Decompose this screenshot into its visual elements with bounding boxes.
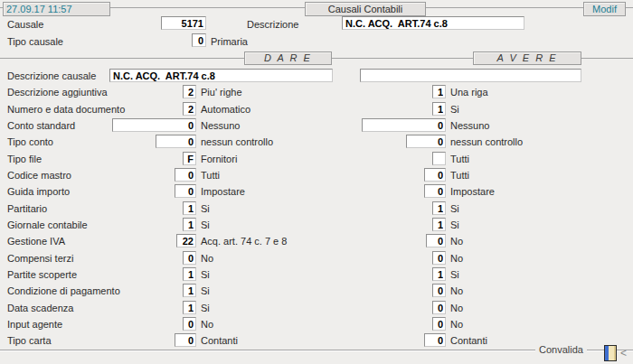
field-row: Tipo conto nessun controllo nessun contr… [0, 135, 633, 151]
dare-value-input[interactable] [175, 168, 196, 182]
avere-value-input[interactable] [432, 267, 446, 281]
book-exit-icon[interactable] [604, 345, 617, 361]
avere-value-input[interactable] [432, 301, 446, 314]
causali-contabili-window: 27.09.17 11:57 Causali Contabili Modif C… [0, 0, 633, 364]
field-label: Tipo file [7, 154, 42, 164]
field-label: Numero e data documento [7, 104, 125, 115]
dare-value-text: Nessuno [201, 120, 240, 131]
field-label: Codice mastro [7, 170, 71, 181]
avere-value-text: Impostare [450, 186, 495, 197]
avere-value-text: Si [450, 269, 459, 280]
avere-value-input[interactable] [362, 118, 446, 132]
field-label: Partitario [7, 203, 47, 214]
dare-value-text: Si [201, 219, 210, 230]
dare-value-input[interactable] [112, 118, 196, 132]
field-label: Descrizione causale [7, 70, 96, 81]
field-row: Descrizione aggiuntiva Piu' righe Una ri… [0, 85, 633, 101]
field-row: Numero e data documento Automatico Si [0, 102, 633, 118]
avere-value-input[interactable] [432, 152, 446, 165]
avere-value-text: Si [450, 219, 459, 230]
causale-input[interactable] [161, 16, 206, 30]
dare-value-text: Fornitori [201, 154, 237, 164]
causale-label: Causale [7, 19, 43, 30]
field-label: Tipo conto [7, 136, 53, 147]
dare-value-input[interactable] [175, 184, 196, 198]
dare-value-input[interactable] [175, 333, 196, 347]
avere-value-text: Si [450, 203, 459, 214]
tipo-causale-input[interactable] [192, 33, 206, 47]
avere-value-input[interactable] [432, 201, 446, 215]
dare-value-input[interactable] [183, 218, 196, 231]
dare-value-input[interactable] [156, 135, 196, 148]
descrizione-input[interactable] [342, 16, 524, 30]
dare-value-input[interactable] [183, 251, 196, 265]
avere-value-input[interactable] [432, 284, 446, 297]
dare-value-text: nessun controllo [201, 136, 273, 147]
avere-value-text: Nessuno [450, 120, 489, 131]
dare-value-text: Contanti [201, 335, 238, 346]
avere-value-text: No [450, 319, 463, 330]
dare-value-text: Si [201, 303, 210, 313]
avere-value-input[interactable] [406, 135, 446, 148]
field-row: Condizione di pagamento Si No [0, 284, 633, 300]
avere-value-text: No [450, 303, 463, 313]
dare-value-text: Impostare [201, 186, 245, 197]
dare-value-text: Si [201, 285, 210, 296]
avere-value-input[interactable] [424, 184, 446, 198]
field-label: Compensi terzi [7, 253, 73, 264]
field-row: Partitario Si Si [0, 201, 633, 218]
avere-value-input[interactable] [432, 251, 446, 265]
column-header-dare: D A R E [244, 51, 332, 65]
avere-value-input[interactable] [426, 234, 446, 247]
field-label: Input agente [7, 319, 62, 330]
dare-value-input[interactable] [183, 102, 196, 116]
avere-value-input[interactable] [424, 333, 446, 347]
dare-value-text: No [201, 319, 213, 330]
avere-value-input[interactable] [424, 168, 446, 182]
avere-value-input[interactable] [432, 85, 446, 98]
avere-value-text: Si [450, 104, 459, 115]
field-row: Compensi terzi No No [0, 251, 633, 267]
mode-badge: Modif [583, 2, 626, 16]
avere-value-text: Contanti [450, 335, 487, 346]
field-label: Conto standard [7, 120, 75, 131]
tipo-causale-text: Primaria [211, 36, 248, 47]
dare-value-input[interactable] [183, 152, 196, 165]
field-row: Conto standard Nessuno Nessuno [0, 118, 633, 135]
field-label: Partite scoperte [7, 269, 77, 280]
field-row: Gestione IVA Acq. art. 74 c. 7 e 8 No [0, 234, 633, 250]
tipo-causale-label: Tipo causale [7, 36, 63, 47]
dare-value-text: Piu' righe [201, 87, 242, 98]
avere-value-input[interactable] [432, 218, 446, 231]
dare-value-input[interactable] [109, 69, 333, 82]
field-label: Tipo carta [7, 335, 52, 346]
dare-value-input[interactable] [183, 85, 196, 98]
avere-value-input[interactable] [432, 317, 446, 331]
avere-value-text: Una riga [450, 87, 488, 98]
dare-value-text: Si [201, 203, 210, 214]
dare-value-text: Acq. art. 74 c. 7 e 8 [201, 236, 287, 247]
avere-value-text: nessun controllo [450, 136, 523, 147]
field-label: Data scadenza [7, 303, 73, 313]
field-label: Giornale contabile [7, 219, 88, 230]
column-header-avere: A V E R E [473, 51, 581, 65]
field-row: Partite scoperte Si Si [0, 267, 633, 284]
dare-value-input[interactable] [183, 284, 196, 297]
dare-value-input[interactable] [183, 317, 196, 331]
dare-value-input[interactable] [183, 267, 196, 281]
avere-value-input[interactable] [360, 69, 581, 82]
window-title: Causali Contabili [305, 2, 426, 16]
dare-value-input[interactable] [176, 234, 196, 247]
dare-value-input[interactable] [183, 201, 196, 215]
field-label: Guida importo [7, 186, 70, 197]
descrizione-label: Descrizione [247, 19, 298, 30]
field-row: Tipo file Fornitori Tutti [0, 152, 633, 168]
field-row: Descrizione causale [0, 69, 633, 85]
field-label: Descrizione aggiuntiva [7, 87, 108, 98]
dare-value-input[interactable] [183, 301, 196, 314]
dare-value-text: Tutti [201, 170, 220, 181]
field-row: Guida importo Impostare Impostare [0, 184, 633, 201]
avere-value-text: No [450, 285, 463, 296]
convalida-label: Convalida [535, 344, 587, 355]
avere-value-input[interactable] [432, 102, 446, 116]
